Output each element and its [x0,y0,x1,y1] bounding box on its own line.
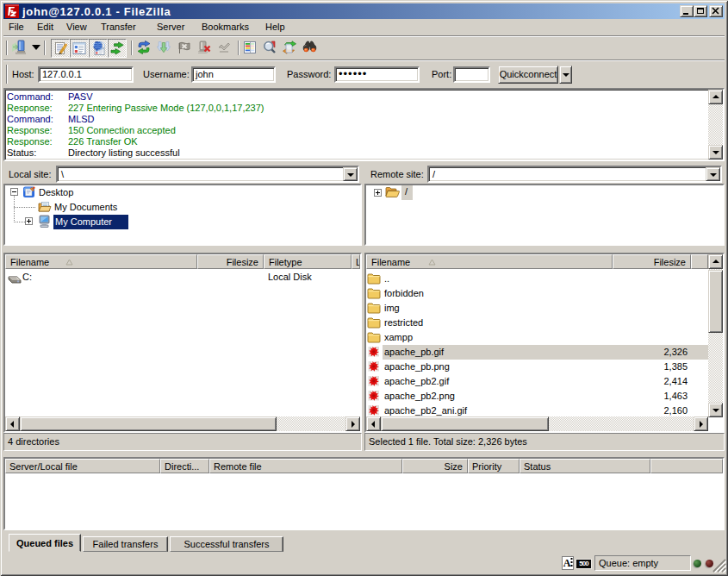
svg-text:A: A [563,557,571,569]
